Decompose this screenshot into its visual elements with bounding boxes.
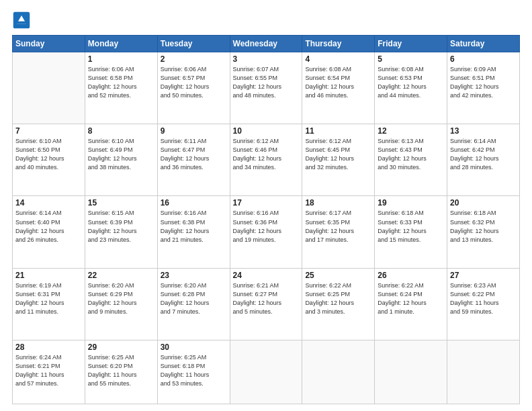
day-number: 23 — [161, 271, 227, 280]
calendar-cell: 10 Sunrise: 6:12 AMSunset: 6:46 PMDaylig… — [230, 124, 302, 196]
day-info: Sunrise: 6:18 AMSunset: 6:33 PMDaylight:… — [378, 209, 444, 244]
calendar-cell: 24 Sunrise: 6:21 AMSunset: 6:27 PMDaylig… — [230, 268, 302, 340]
calendar-cell: 29 Sunrise: 6:25 AMSunset: 6:20 PMDaylig… — [85, 340, 157, 404]
day-number: 28 — [15, 342, 82, 352]
day-info: Sunrise: 6:07 AMSunset: 6:55 PMDaylight:… — [233, 65, 300, 100]
calendar-cell — [302, 340, 375, 404]
day-info: Sunrise: 6:09 AMSunset: 6:51 PMDaylight:… — [450, 65, 517, 100]
day-info: Sunrise: 6:25 AMSunset: 6:20 PMDaylight:… — [88, 353, 154, 388]
day-number: 14 — [15, 198, 82, 208]
day-header-friday: Friday — [375, 36, 447, 52]
day-info: Sunrise: 6:08 AMSunset: 6:54 PMDaylight:… — [305, 65, 371, 100]
day-header-wednesday: Wednesday — [230, 36, 302, 52]
day-info: Sunrise: 6:10 AMSunset: 6:50 PMDaylight:… — [15, 137, 82, 172]
calendar-cell: 28 Sunrise: 6:24 AMSunset: 6:21 PMDaylig… — [13, 340, 85, 404]
day-header-saturday: Saturday — [447, 36, 520, 52]
day-info: Sunrise: 6:06 AMSunset: 6:58 PMDaylight:… — [88, 65, 154, 100]
day-number: 24 — [233, 271, 300, 280]
calendar-cell: 30 Sunrise: 6:25 AMSunset: 6:18 PMDaylig… — [157, 340, 230, 404]
page: SundayMondayTuesdayWednesdayThursdayFrid… — [0, 0, 532, 411]
calendar-cell — [447, 340, 520, 404]
day-number: 7 — [15, 126, 82, 136]
day-number: 15 — [88, 198, 154, 208]
calendar-cell: 2 Sunrise: 6:06 AMSunset: 6:57 PMDayligh… — [157, 52, 230, 124]
day-number: 20 — [450, 198, 517, 208]
calendar-week-row: 1 Sunrise: 6:06 AMSunset: 6:58 PMDayligh… — [13, 52, 520, 124]
day-number: 29 — [88, 342, 154, 352]
day-number: 6 — [450, 54, 517, 64]
logo-icon — [12, 11, 31, 30]
day-number: 9 — [161, 126, 227, 136]
calendar-cell: 26 Sunrise: 6:22 AMSunset: 6:24 PMDaylig… — [375, 268, 447, 340]
day-number: 19 — [378, 198, 444, 208]
calendar-header-row: SundayMondayTuesdayWednesdayThursdayFrid… — [13, 36, 520, 52]
day-info: Sunrise: 6:23 AMSunset: 6:22 PMDaylight:… — [450, 281, 517, 316]
day-info: Sunrise: 6:12 AMSunset: 6:45 PMDaylight:… — [305, 137, 371, 172]
day-header-monday: Monday — [85, 36, 157, 52]
day-info: Sunrise: 6:11 AMSunset: 6:47 PMDaylight:… — [161, 137, 227, 172]
calendar-cell: 7 Sunrise: 6:10 AMSunset: 6:50 PMDayligh… — [13, 124, 85, 196]
day-info: Sunrise: 6:25 AMSunset: 6:18 PMDaylight:… — [161, 353, 227, 388]
day-info: Sunrise: 6:19 AMSunset: 6:31 PMDaylight:… — [15, 281, 82, 316]
calendar-week-row: 14 Sunrise: 6:14 AMSunset: 6:40 PMDaylig… — [13, 196, 520, 268]
day-header-thursday: Thursday — [302, 36, 375, 52]
day-header-tuesday: Tuesday — [157, 36, 230, 52]
day-number: 12 — [378, 126, 444, 136]
day-info: Sunrise: 6:24 AMSunset: 6:21 PMDaylight:… — [15, 353, 82, 388]
header — [12, 11, 520, 30]
day-number: 11 — [305, 126, 371, 136]
day-info: Sunrise: 6:12 AMSunset: 6:46 PMDaylight:… — [233, 137, 300, 172]
day-number: 22 — [88, 271, 154, 280]
day-info: Sunrise: 6:13 AMSunset: 6:43 PMDaylight:… — [378, 137, 444, 172]
calendar-cell: 21 Sunrise: 6:19 AMSunset: 6:31 PMDaylig… — [13, 268, 85, 340]
day-number: 2 — [161, 54, 227, 64]
calendar-cell: 19 Sunrise: 6:18 AMSunset: 6:33 PMDaylig… — [375, 196, 447, 268]
calendar-cell: 15 Sunrise: 6:15 AMSunset: 6:39 PMDaylig… — [85, 196, 157, 268]
svg-rect-2 — [17, 21, 26, 24]
day-number: 21 — [15, 271, 82, 280]
calendar-cell: 25 Sunrise: 6:22 AMSunset: 6:25 PMDaylig… — [302, 268, 375, 340]
day-number: 13 — [450, 126, 517, 136]
day-info: Sunrise: 6:22 AMSunset: 6:25 PMDaylight:… — [305, 281, 371, 316]
calendar-cell: 1 Sunrise: 6:06 AMSunset: 6:58 PMDayligh… — [85, 52, 157, 124]
calendar-cell: 17 Sunrise: 6:16 AMSunset: 6:36 PMDaylig… — [230, 196, 302, 268]
calendar-cell: 23 Sunrise: 6:20 AMSunset: 6:28 PMDaylig… — [157, 268, 230, 340]
day-number: 18 — [305, 198, 371, 208]
day-number: 3 — [233, 54, 300, 64]
day-number: 25 — [305, 271, 371, 280]
day-info: Sunrise: 6:16 AMSunset: 6:38 PMDaylight:… — [161, 209, 227, 244]
calendar-cell: 18 Sunrise: 6:17 AMSunset: 6:35 PMDaylig… — [302, 196, 375, 268]
day-info: Sunrise: 6:22 AMSunset: 6:24 PMDaylight:… — [378, 281, 444, 316]
day-header-sunday: Sunday — [13, 36, 85, 52]
calendar-cell — [13, 52, 85, 124]
logo — [12, 11, 34, 30]
day-number: 16 — [161, 198, 227, 208]
day-info: Sunrise: 6:20 AMSunset: 6:29 PMDaylight:… — [88, 281, 154, 316]
calendar-cell: 12 Sunrise: 6:13 AMSunset: 6:43 PMDaylig… — [375, 124, 447, 196]
calendar-cell — [375, 340, 447, 404]
day-number: 17 — [233, 198, 300, 208]
calendar-cell: 13 Sunrise: 6:14 AMSunset: 6:42 PMDaylig… — [447, 124, 520, 196]
day-info: Sunrise: 6:14 AMSunset: 6:42 PMDaylight:… — [450, 137, 517, 172]
day-info: Sunrise: 6:16 AMSunset: 6:36 PMDaylight:… — [233, 209, 300, 244]
day-info: Sunrise: 6:10 AMSunset: 6:49 PMDaylight:… — [88, 137, 154, 172]
calendar-week-row: 7 Sunrise: 6:10 AMSunset: 6:50 PMDayligh… — [13, 124, 520, 196]
calendar-cell: 9 Sunrise: 6:11 AMSunset: 6:47 PMDayligh… — [157, 124, 230, 196]
day-number: 5 — [378, 54, 444, 64]
calendar-cell: 6 Sunrise: 6:09 AMSunset: 6:51 PMDayligh… — [447, 52, 520, 124]
day-info: Sunrise: 6:20 AMSunset: 6:28 PMDaylight:… — [161, 281, 227, 316]
day-info: Sunrise: 6:21 AMSunset: 6:27 PMDaylight:… — [233, 281, 300, 316]
day-info: Sunrise: 6:06 AMSunset: 6:57 PMDaylight:… — [161, 65, 227, 100]
calendar-cell: 5 Sunrise: 6:08 AMSunset: 6:53 PMDayligh… — [375, 52, 447, 124]
calendar-cell: 3 Sunrise: 6:07 AMSunset: 6:55 PMDayligh… — [230, 52, 302, 124]
day-number: 30 — [161, 342, 227, 352]
day-info: Sunrise: 6:18 AMSunset: 6:32 PMDaylight:… — [450, 209, 517, 244]
day-info: Sunrise: 6:17 AMSunset: 6:35 PMDaylight:… — [305, 209, 371, 244]
calendar-cell: 27 Sunrise: 6:23 AMSunset: 6:22 PMDaylig… — [447, 268, 520, 340]
day-number: 8 — [88, 126, 154, 136]
calendar-table: SundayMondayTuesdayWednesdayThursdayFrid… — [12, 35, 520, 404]
day-number: 27 — [450, 271, 517, 280]
day-number: 26 — [378, 271, 444, 280]
calendar-cell: 20 Sunrise: 6:18 AMSunset: 6:32 PMDaylig… — [447, 196, 520, 268]
calendar-cell: 14 Sunrise: 6:14 AMSunset: 6:40 PMDaylig… — [13, 196, 85, 268]
